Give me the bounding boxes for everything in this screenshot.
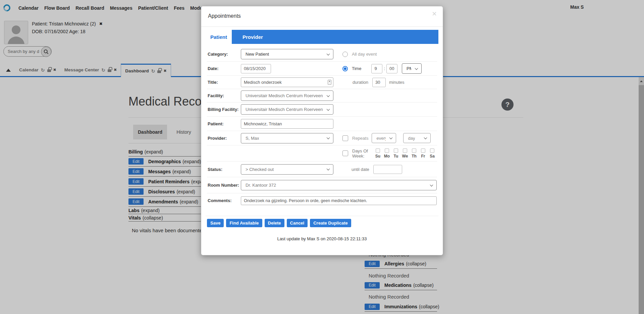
date-row: Date: Time : PM xyxy=(207,62,437,76)
day-th: Th xyxy=(410,148,419,159)
day-checkbox[interactable] xyxy=(421,148,425,153)
provider-row: Provider: S, Max Repeats every day xyxy=(207,131,437,145)
comments-input[interactable] xyxy=(241,196,437,205)
chevron-down-icon xyxy=(389,136,393,139)
day-sa: Sa xyxy=(428,148,437,159)
chevron-down-icon xyxy=(327,167,330,171)
billing-facility-select[interactable]: Universitair Medisch Centrum Roerveen xyxy=(241,104,333,115)
chevron-down-icon xyxy=(327,107,330,111)
chevron-down-icon xyxy=(415,66,418,70)
repeat-every-select[interactable]: every xyxy=(372,133,396,143)
tab-provider[interactable]: Provider xyxy=(232,30,274,44)
status-row: Status: > Checked out until date xyxy=(207,162,437,177)
title-row: Title: ▲ duration minutes xyxy=(207,76,437,89)
day-su: Su xyxy=(373,148,382,159)
autocomplete-spinner-icon[interactable]: ▲ xyxy=(328,80,331,85)
hour-input[interactable] xyxy=(371,64,382,73)
time-radio[interactable] xyxy=(342,66,348,71)
dialog-close-icon[interactable]: × xyxy=(432,10,437,18)
day-fr: Fr xyxy=(419,148,428,159)
repeat-unit-select[interactable]: day xyxy=(403,133,431,143)
app-window: Calendar Flow Board Recall Board Message… xyxy=(0,0,644,314)
day-we: We xyxy=(400,148,410,159)
save-button[interactable]: Save xyxy=(207,219,224,227)
day-checkbox[interactable] xyxy=(394,148,398,153)
chevron-down-icon xyxy=(430,183,433,186)
last-update-text: Last update by Max S on 2020-08-15 22:11… xyxy=(207,236,437,241)
chevron-down-icon xyxy=(327,52,330,55)
all-day-radio[interactable] xyxy=(342,52,348,57)
appointment-form: Category: New Patient All day event Date… xyxy=(206,47,438,241)
create-duplicate-button[interactable]: Create Duplicate xyxy=(310,219,351,227)
cancel-button[interactable]: Cancel xyxy=(287,219,308,227)
days-of-week-label: Days Of xyxy=(352,148,372,153)
status-select[interactable]: > Checked out xyxy=(241,164,333,175)
delete-button[interactable]: Delete xyxy=(265,219,284,227)
day-checkbox[interactable] xyxy=(385,148,389,153)
days-of-week-checkbox[interactable] xyxy=(342,150,348,156)
room-number-row: Room Number: Dr. Kantoor 372 xyxy=(207,177,437,193)
minute-input[interactable] xyxy=(386,64,397,73)
day-checkbox[interactable] xyxy=(430,148,434,153)
comments-row: Comments: xyxy=(207,193,437,208)
dialog-title: Appointments xyxy=(208,13,436,19)
category-select[interactable]: New Patient xyxy=(241,49,333,59)
dialog-tab-bar: Patient Provider xyxy=(206,30,438,44)
room-number-select[interactable]: Dr. Kantoor 372 xyxy=(241,180,437,190)
find-available-button[interactable]: Find Available xyxy=(226,219,262,227)
appointments-dialog: Appointments × Patient Provider Category… xyxy=(201,6,443,255)
day-checkbox[interactable] xyxy=(412,148,416,153)
patient-input[interactable] xyxy=(241,119,333,129)
days-of-week-row: Days Of Week: Su Mo T xyxy=(207,145,437,162)
patient-row: Patient: xyxy=(207,117,437,131)
tab-patient[interactable]: Patient xyxy=(206,30,232,44)
date-input[interactable] xyxy=(241,64,271,73)
day-tu: Tu xyxy=(391,148,400,159)
until-date-input[interactable] xyxy=(373,165,402,174)
chevron-down-icon xyxy=(424,136,427,139)
facility-select[interactable]: Universitair Medisch Centrum Roerveen xyxy=(241,90,333,101)
dialog-buttons: Save Find Available Delete Cancel Create… xyxy=(207,219,437,227)
billing-facility-row: Billing Facility: Universitair Medisch C… xyxy=(207,103,437,117)
divider xyxy=(206,216,438,216)
facility-row: Facility: Universitair Medisch Centrum R… xyxy=(207,89,437,103)
chevron-down-icon xyxy=(327,93,330,97)
day-checkbox[interactable] xyxy=(376,148,380,153)
title-input[interactable] xyxy=(241,77,333,87)
chevron-down-icon xyxy=(327,136,330,139)
category-row: Category: New Patient All day event xyxy=(207,47,437,62)
dialog-header: Appointments × xyxy=(201,6,443,27)
duration-input[interactable] xyxy=(372,78,386,87)
ampm-select[interactable]: PM xyxy=(402,63,422,74)
days-of-week-label: Week: xyxy=(352,153,372,159)
day-mo: Mo xyxy=(382,148,391,159)
day-checkbox[interactable] xyxy=(403,148,407,153)
repeats-checkbox[interactable] xyxy=(342,135,348,141)
provider-select[interactable]: S, Max xyxy=(241,133,333,143)
